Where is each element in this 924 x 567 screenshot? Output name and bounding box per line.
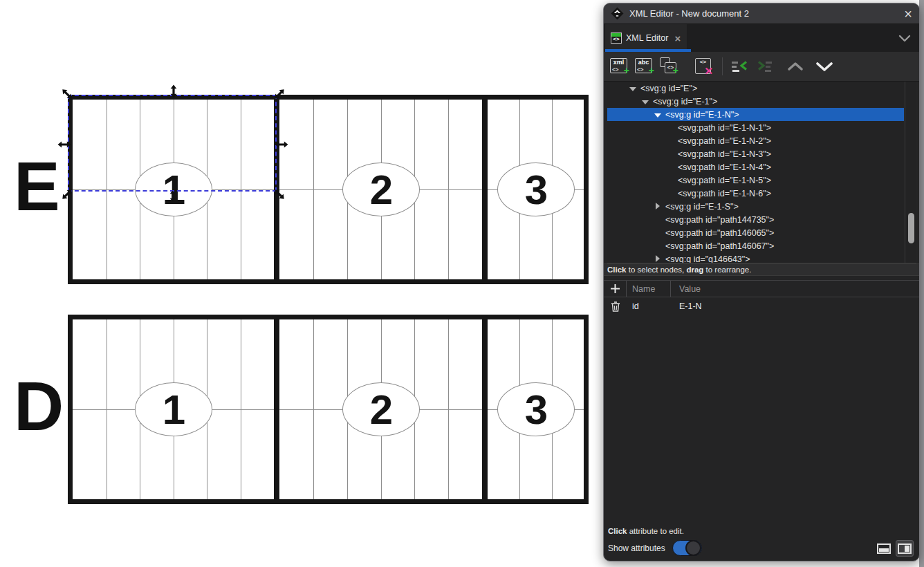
attr-name[interactable]: id [627, 297, 671, 315]
tree-node-label: <svg:g id="E-1-N"> [665, 110, 739, 120]
tab-xml-editor[interactable]: <> XML Editor × [605, 24, 687, 52]
section-divider [274, 319, 279, 499]
expander-open-icon[interactable] [654, 110, 662, 120]
delete-node-button[interactable]: <> ✕ [693, 56, 714, 77]
section-1[interactable]: 1 [73, 100, 274, 279]
tree-node-label: <svg:g id="g146643"> [665, 254, 750, 264]
unindent-node-button[interactable] [730, 56, 750, 77]
section-1[interactable]: 1 [73, 319, 274, 499]
tree-node-label: <svg:path id="E-1-N-3"> [678, 149, 771, 159]
section-3[interactable]: 3 [488, 319, 584, 499]
tree-node[interactable]: <svg:path id="E-1-N-2"> [607, 134, 904, 147]
section-2[interactable]: 2 [279, 319, 482, 499]
tree-scrollbar-thumb[interactable] [908, 213, 914, 243]
section-number: 1 [163, 166, 184, 214]
section-number: 3 [525, 386, 546, 434]
section-number-badge[interactable]: 1 [135, 382, 212, 436]
active-tab-indicator [605, 49, 691, 52]
attribute-row[interactable]: id E-1-N [604, 297, 919, 315]
unindent-icon [732, 61, 748, 73]
tree-node-label: <svg:g id="E-1-S"> [665, 202, 739, 212]
tree-node[interactable]: <svg:g id="E-1-S"> [607, 200, 904, 213]
tree-node[interactable]: <svg:path id="path144735"> [607, 213, 904, 226]
xml-tree[interactable]: <svg:g id="E"><svg:g id="E-1"><svg:g id=… [607, 82, 916, 263]
expander-open-icon[interactable] [641, 97, 649, 106]
section-divider [482, 100, 488, 279]
row-letter-label[interactable]: D [14, 366, 62, 446]
add-attribute-button[interactable] [604, 281, 627, 297]
section-number-badge[interactable]: 2 [342, 162, 420, 216]
figure-row-E: E123 [68, 95, 589, 284]
tree-node[interactable]: <svg:g id="E-1-N"> [607, 108, 904, 121]
window-titlebar[interactable]: XML Editor - New document 2 × [604, 3, 919, 24]
tree-node-label: <svg:path id="E-1-N-1"> [678, 123, 771, 133]
attribute-edit-hint: Click attribute to edit. [608, 527, 914, 535]
tree-node-label: <svg:path id="E-1-N-5"> [678, 176, 771, 185]
window-title: XML Editor - New document 2 [629, 8, 904, 19]
attr-value[interactable]: E-1-N [671, 297, 919, 315]
row-rectangle[interactable]: 123 [68, 95, 589, 284]
new-text-node-button[interactable]: abc <> + [634, 56, 654, 77]
panel-bottom-bar: Click attribute to edit. Show attributes [604, 524, 919, 561]
attributes-table: Name Value id E-1-N [604, 280, 919, 315]
layout-vertical-button[interactable] [896, 540, 914, 557]
chevron-up-icon [788, 62, 803, 71]
tree-node[interactable]: <svg:path id="E-1-N-1"> [607, 121, 904, 134]
vertical-split-icon [898, 543, 912, 554]
tree-node[interactable]: <svg:path id="E-1-N-4"> [607, 160, 904, 174]
xml-editor-window: XML Editor - New document 2 × <> XML Edi… [603, 3, 920, 561]
tree-node[interactable]: <svg:path id="E-1-N-3"> [607, 147, 904, 160]
chevron-down-icon[interactable] [898, 35, 911, 42]
move-node-up-button[interactable] [785, 56, 806, 77]
tree-node-label: <svg:path id="path144735"> [665, 215, 774, 225]
tree-node[interactable]: <svg:path id="E-1-N-6"> [607, 187, 904, 200]
move-node-down-button[interactable] [814, 56, 835, 77]
tree-node-label: <svg:path id="E-1-N-4"> [678, 162, 771, 172]
section-number-badge[interactable]: 1 [135, 162, 212, 216]
tree-node[interactable]: <svg:g id="g146643"> [607, 252, 904, 263]
expander-closed-icon[interactable] [654, 254, 662, 264]
tree-node[interactable]: <svg:path id="path146065"> [607, 226, 904, 239]
layout-horizontal-button[interactable] [875, 540, 893, 557]
plus-icon [610, 284, 620, 294]
section-number: 2 [370, 166, 391, 214]
tree-scrollbar[interactable] [905, 82, 916, 263]
chevron-down-icon [816, 62, 833, 71]
figure-row-D: D123 [68, 315, 589, 504]
expander-open-icon[interactable] [629, 84, 637, 93]
tree-node-label: <svg:path id="path146067"> [665, 241, 774, 251]
section-2[interactable]: 2 [279, 100, 482, 279]
row-letter-label[interactable]: E [14, 147, 59, 226]
row-rectangle[interactable]: 123 [68, 315, 589, 504]
section-divider [274, 100, 279, 279]
tree-node-label: <svg:path id="E-1-N-6"> [678, 189, 771, 198]
trash-icon [611, 301, 620, 312]
expander-closed-icon[interactable] [654, 202, 662, 212]
xml-editor-tab-icon: <> [611, 32, 622, 44]
duplicate-node-button[interactable]: <> + [658, 56, 679, 77]
tree-node[interactable]: <svg:g id="E-1"> [607, 95, 904, 108]
indent-node-button[interactable] [755, 56, 775, 77]
show-attributes-label: Show attributes [608, 543, 665, 553]
tree-node[interactable]: <svg:path id="E-1-N-5"> [607, 174, 904, 187]
section-number-badge[interactable]: 2 [342, 382, 420, 436]
tree-node[interactable]: <svg:g id="E"> [607, 82, 904, 95]
tree-node[interactable]: <svg:path id="path146067"> [607, 239, 904, 252]
delete-attribute-button[interactable] [604, 297, 627, 315]
inkscape-logo-icon [611, 7, 624, 20]
main-window-scrollbar[interactable] [919, 0, 924, 567]
tree-hint: Click to select nodes, drag to rearrange… [604, 263, 919, 276]
delete-node-icon: <> ✕ [695, 58, 711, 74]
section-3[interactable]: 3 [488, 100, 584, 279]
new-element-node-button[interactable]: xml <> + [609, 56, 629, 77]
tree-node-label: <svg:path id="path146065"> [665, 228, 774, 238]
section-number-badge[interactable]: 3 [497, 162, 575, 216]
toggle-knob [685, 540, 701, 556]
show-attributes-toggle[interactable] [672, 540, 702, 556]
horizontal-split-icon [877, 543, 891, 554]
element-node-icon: xml <> + [610, 58, 627, 73]
close-icon[interactable]: × [904, 8, 912, 20]
toolbar-separator [722, 57, 723, 75]
section-number-badge[interactable]: 3 [497, 382, 575, 436]
tab-close-icon[interactable]: × [674, 32, 681, 44]
